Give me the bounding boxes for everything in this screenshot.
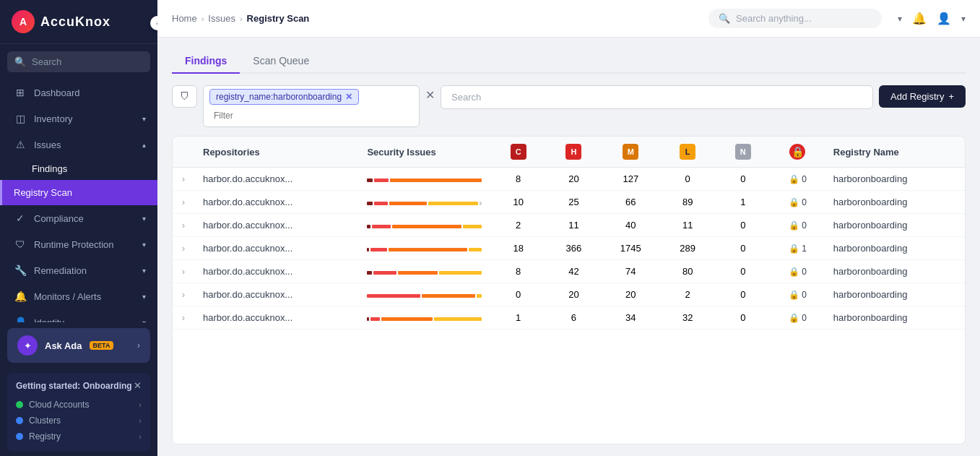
sidebar-item-issues[interactable]: ⚠ Issues ▴ <box>0 132 157 158</box>
chevron-down-icon: ▾ <box>142 241 146 249</box>
lock-icon: 🔒 <box>789 174 799 184</box>
low-bar <box>439 271 482 275</box>
th-security-issues: Security Issues <box>358 137 490 168</box>
registry-name-cell: harboronboarding <box>825 214 965 237</box>
sidebar-item-findings[interactable]: Findings <box>0 158 157 180</box>
table-row[interactable]: ›harbor.do.accuknox... 0202020🔒0harboron… <box>173 283 965 306</box>
onboarding-item-label: Clusters <box>29 416 133 426</box>
repo-name: harbor.do.accuknox... <box>203 312 292 323</box>
sidebar-item-label: Inventory <box>34 113 135 124</box>
table-row[interactable]: ›harbor.do.accuknox... 102566891🔒0harbor… <box>173 191 965 214</box>
th-low: L <box>660 137 716 168</box>
m-count-cell: 20 <box>602 283 660 306</box>
sidebar-item-dashboard[interactable]: ⊞ Dashboard <box>0 79 157 106</box>
repo-name-cell: harbor.do.accuknox... <box>194 191 358 214</box>
row-expand-button[interactable]: › <box>173 306 194 330</box>
notification-icon[interactable]: 🔔 <box>912 12 927 25</box>
negligible-badge: N <box>735 144 751 160</box>
add-registry-button[interactable]: Add Registry + <box>879 85 966 108</box>
ada-icon: ✦ <box>17 335 38 356</box>
table-row[interactable]: ›harbor.do.accuknox... 84274800🔒0harboro… <box>173 260 965 283</box>
row-expand-button[interactable]: › <box>173 283 194 306</box>
onboarding-item-cloud-accounts[interactable]: Cloud Accounts › <box>16 397 142 413</box>
sidebar-item-identity[interactable]: 👤 Identity ▾ <box>0 309 157 322</box>
low-badge: L <box>680 144 695 160</box>
lock-icon: 🔒 <box>789 267 799 277</box>
table-row[interactable]: ›harbor.do.accuknox... 1836617452890🔒1ha… <box>173 237 965 260</box>
row-expand-button[interactable]: › <box>173 214 194 237</box>
registry-name: harboronboarding <box>833 220 908 231</box>
c-count-cell: 2 <box>490 214 546 237</box>
table-body: ›harbor.do.accuknox... 82012700🔒0harboro… <box>173 168 965 330</box>
blue-dot-icon <box>16 417 23 424</box>
table-row[interactable]: ›harbor.do.accuknox... 1634320🔒0harboron… <box>173 306 965 330</box>
chevron-down-icon: ▾ <box>142 293 146 301</box>
repo-name: harbor.do.accuknox... <box>203 197 292 207</box>
bell-icon: 🔔 <box>14 291 27 302</box>
c-count-cell: 10 <box>490 191 546 214</box>
severity-bar <box>367 294 482 298</box>
table-search-input[interactable] <box>441 85 873 109</box>
filter-tag-remove-button[interactable]: ✕ <box>345 92 352 102</box>
topbar-search-box[interactable]: 🔍 <box>708 9 882 28</box>
repo-name-cell: harbor.do.accuknox... <box>194 260 358 283</box>
th-registry-name: Registry Name <box>825 137 965 168</box>
sidebar-item-runtime-protection[interactable]: 🛡 Runtime Protection ▾ <box>0 231 157 257</box>
filter-dropdown-button[interactable]: ⛉ <box>172 85 197 108</box>
sidebar-item-inventory[interactable]: ◫ Inventory ▾ <box>0 106 157 132</box>
l-count-cell: 11 <box>660 214 716 237</box>
topbar-search-input[interactable] <box>736 13 872 24</box>
sidebar-item-compliance[interactable]: ✓ Compliance ▾ <box>0 205 157 231</box>
sidebar-item-monitors-alerts[interactable]: 🔔 Monitors / Alerts ▾ <box>0 283 157 309</box>
registry-name-cell: harboronboarding <box>825 283 965 306</box>
filter-text-input[interactable] <box>209 108 413 124</box>
n-count-cell: 0 <box>716 168 771 191</box>
logo-text: AccuKnox <box>40 14 110 30</box>
critical-bar <box>367 202 372 205</box>
tab-findings[interactable]: Findings <box>172 49 240 74</box>
chevron-right-icon: › <box>139 400 142 409</box>
onboarding-close-button[interactable]: ✕ <box>134 380 142 391</box>
high-bar <box>373 271 396 275</box>
h-count-cell: 25 <box>546 191 602 214</box>
topbar-dropdown1[interactable]: ▾ <box>898 14 902 24</box>
topbar-dropdown2[interactable]: ▾ <box>961 14 966 24</box>
filter-clear-button[interactable]: ✕ <box>425 88 435 102</box>
medium-bar <box>398 271 438 275</box>
ask-ada-button[interactable]: ✦ Ask Ada BETA › <box>7 328 150 363</box>
row-expand-button[interactable]: › <box>173 237 194 260</box>
sidebar-item-label: Compliance <box>34 213 135 224</box>
security-issues-cell <box>358 283 490 306</box>
registry-name-cell: harboronboarding <box>825 306 965 330</box>
user-avatar-icon[interactable]: 👤 <box>937 12 951 25</box>
breadcrumb-issues[interactable]: Issues <box>208 13 235 24</box>
row-expand-button[interactable]: › <box>173 168 194 191</box>
lock-icon: 🔒 <box>789 244 799 254</box>
sidebar-collapse-button[interactable]: ‹ <box>150 16 157 30</box>
secret-count: 🔒0 <box>779 267 816 277</box>
sidebar-item-label: Monitors / Alerts <box>34 291 135 302</box>
topbar: Home › Issues › Registry Scan 🔍 ▾ 🔔 👤 ▾ <box>157 0 980 38</box>
row-expand-button[interactable]: › <box>173 260 194 283</box>
tab-scan-queue[interactable]: Scan Queue <box>240 49 322 74</box>
onboarding-item-clusters[interactable]: Clusters › <box>16 413 142 429</box>
registry-name: harboronboarding <box>833 289 908 300</box>
table-row[interactable]: ›harbor.do.accuknox... 82012700🔒0harboro… <box>173 168 965 191</box>
table-row[interactable]: ›harbor.do.accuknox... 21140110🔒0harboro… <box>173 214 965 237</box>
sidebar-item-remediation[interactable]: 🔧 Remediation ▾ <box>0 257 157 283</box>
compliance-icon: ✓ <box>14 212 27 224</box>
sidebar-item-label: Remediation <box>34 265 135 276</box>
high-bar <box>374 202 388 205</box>
th-high: H <box>546 137 602 168</box>
sidebar-search-box[interactable]: 🔍 <box>7 51 150 72</box>
onboarding-item-registry[interactable]: Registry › <box>16 429 142 444</box>
row-expand-button[interactable]: › <box>173 191 194 214</box>
sidebar-search-input[interactable] <box>32 56 143 67</box>
onboarding-item-label: Registry <box>29 431 133 442</box>
breadcrumb-home[interactable]: Home <box>172 13 197 24</box>
registry-name: harboronboarding <box>833 266 908 277</box>
logo-icon: A <box>12 10 35 33</box>
sidebar-item-label: Issues <box>34 139 135 150</box>
sidebar: A AccuKnox ‹ 🔍 ⊞ Dashboard ◫ Inventory ▾… <box>0 0 157 456</box>
sidebar-item-registry-scan[interactable]: Registry Scan <box>0 180 157 205</box>
